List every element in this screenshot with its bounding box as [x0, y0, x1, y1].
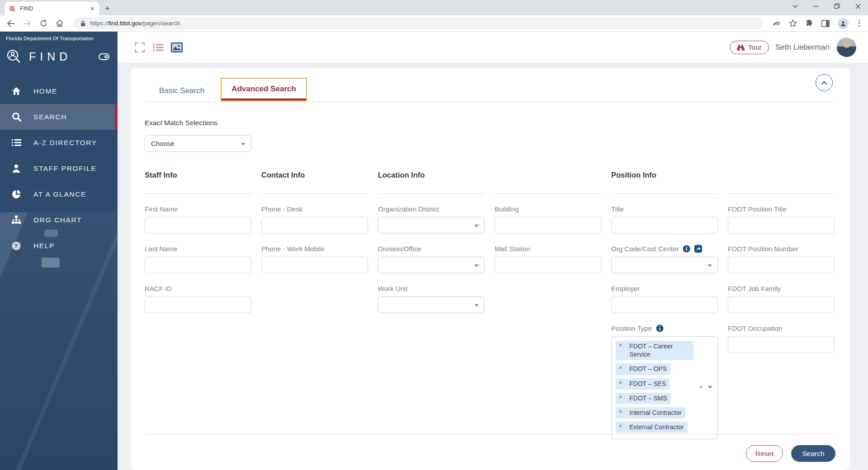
- browser-tab-strip: FIND ✕ +: [0, 0, 868, 15]
- org-code-label: Org Code/Cost Center: [611, 245, 679, 253]
- title-label: Title: [611, 205, 718, 213]
- last-name-input[interactable]: [145, 257, 251, 273]
- org-chart-icon: [11, 216, 21, 224]
- search-form: Staff Info First Name Last Name RACF ID: [145, 171, 835, 439]
- first-name-input[interactable]: [145, 217, 251, 234]
- list-icon: [11, 139, 21, 146]
- sidebar-collapse-toggle[interactable]: [99, 53, 109, 60]
- forward-button[interactable]: [23, 19, 32, 28]
- extensions-puzzle-icon[interactable]: [805, 19, 813, 28]
- section-divider: [728, 193, 835, 194]
- chevron-up-icon: [821, 81, 827, 85]
- sidebar-item-az-directory[interactable]: A-Z DIRECTORY: [0, 130, 118, 155]
- employer-label: Employer: [611, 285, 718, 292]
- url-bar[interactable]: https://find.fdot.gov/pages/search: [74, 17, 763, 30]
- sidebar-item-help[interactable]: ? HELP: [0, 233, 118, 258]
- window-close-button[interactable]: [855, 4, 861, 9]
- fdot-position-title-input[interactable]: [728, 217, 835, 234]
- sidebar-photo-car: [42, 258, 60, 268]
- bookmark-star-icon[interactable]: [789, 19, 797, 27]
- chevron-down-icon: [474, 304, 479, 307]
- phone-desk-input[interactable]: [261, 217, 368, 234]
- tab-title: FIND: [20, 5, 86, 12]
- window-restore-button[interactable]: [834, 3, 840, 9]
- fullscreen-view-icon[interactable]: [134, 42, 146, 53]
- section-title-contact: Contact Info: [261, 171, 368, 181]
- chip-remove-icon[interactable]: ×: [616, 363, 626, 375]
- tab-basic-search[interactable]: Basic Search: [149, 80, 214, 101]
- division-office-select[interactable]: [378, 257, 485, 273]
- fdot-occupation-input[interactable]: [728, 336, 835, 353]
- racf-id-input[interactable]: [145, 296, 251, 313]
- organization-district-select[interactable]: [378, 217, 485, 234]
- section-divider: [145, 193, 251, 194]
- chip-remove-icon[interactable]: ×: [616, 378, 626, 390]
- tab-advanced-search[interactable]: Advanced Search: [221, 78, 307, 101]
- exact-match-label: Exact Match Selections: [145, 119, 835, 127]
- fdot-job-family-input[interactable]: [728, 296, 835, 313]
- multiselect-clear-all-icon[interactable]: ×: [699, 384, 703, 390]
- phone-work-mobile-label: Phone - Work Mobile: [261, 245, 368, 253]
- chip-remove-icon[interactable]: ×: [616, 341, 626, 360]
- racf-id-label: RACF ID: [145, 285, 251, 292]
- home-icon: [11, 87, 21, 95]
- browser-menu-kebab-icon[interactable]: [857, 20, 862, 27]
- browser-tab[interactable]: FIND ✕: [5, 2, 99, 15]
- search-tabs: Basic Search Advanced Search: [145, 68, 835, 102]
- work-unit-label: Work Unit: [378, 285, 485, 292]
- tour-button[interactable]: Tour: [730, 41, 769, 54]
- side-panel-icon[interactable]: [821, 20, 830, 27]
- reload-button[interactable]: [39, 19, 48, 28]
- back-button[interactable]: [6, 19, 15, 28]
- window-minimize-button[interactable]: [813, 4, 819, 9]
- reset-button[interactable]: Reset: [746, 445, 783, 462]
- search-button[interactable]: Search: [791, 445, 835, 462]
- sidebar-item-search[interactable]: SEARCH: [0, 104, 118, 130]
- url-text: https://find.fdot.gov/pages/search: [90, 20, 180, 27]
- chip-remove-icon[interactable]: ×: [616, 407, 626, 418]
- title-input[interactable]: [611, 217, 718, 234]
- tab-close-icon[interactable]: ✕: [90, 5, 95, 12]
- phone-work-mobile-input[interactable]: [261, 257, 368, 273]
- building-input[interactable]: [495, 217, 601, 234]
- new-tab-button[interactable]: +: [105, 4, 110, 13]
- sidebar-item-home[interactable]: HOME: [0, 78, 118, 104]
- browser-profile-avatar[interactable]: [838, 18, 849, 29]
- fdot-position-number-label: FDOT Position Number: [728, 245, 835, 253]
- form-actions: Reset Search: [145, 434, 835, 462]
- share-icon[interactable]: [773, 19, 781, 27]
- mail-station-input[interactable]: [495, 257, 601, 273]
- exact-match-select[interactable]: Choose: [145, 135, 251, 152]
- sidebar-item-org-chart[interactable]: ORG CHART: [0, 207, 118, 233]
- open-org-chart-icon[interactable]: [694, 245, 702, 253]
- chip-remove-icon[interactable]: ×: [616, 393, 626, 404]
- card-view-icon[interactable]: [171, 42, 183, 53]
- employer-input[interactable]: [611, 296, 718, 313]
- window-menu-chevron-icon[interactable]: [793, 5, 798, 8]
- home-button[interactable]: [55, 19, 64, 28]
- lock-icon: [80, 20, 85, 27]
- sidebar-item-at-a-glance[interactable]: AT A GLANCE: [0, 181, 118, 207]
- chevron-down-icon[interactable]: [708, 386, 712, 389]
- app-header: Tour Seth Lieberman: [118, 32, 868, 63]
- org-code-select[interactable]: [611, 257, 718, 273]
- info-icon[interactable]: [683, 245, 690, 253]
- chip-remove-icon[interactable]: ×: [616, 422, 626, 433]
- page-content: Basic Search Advanced Search Exact Match…: [118, 63, 868, 470]
- collapse-panel-button[interactable]: [816, 74, 833, 91]
- info-icon[interactable]: [656, 324, 664, 332]
- organization-district-label: Organization District: [378, 205, 485, 213]
- fdot-position-number-input[interactable]: [728, 257, 835, 273]
- sidebar-item-staff-profile[interactable]: STAFF PROFILE: [0, 155, 118, 181]
- list-view-icon[interactable]: [152, 42, 164, 53]
- help-icon: ?: [11, 241, 21, 250]
- sidebar: Florida Department Of Transportation FIN…: [0, 32, 118, 470]
- find-logo-icon: [6, 48, 22, 65]
- user-avatar[interactable]: [837, 38, 856, 57]
- chip-fdot-sms: ×FDOT – SMS: [616, 393, 671, 404]
- svg-text:?: ?: [14, 242, 19, 249]
- position-type-multiselect[interactable]: ×FDOT – Career Service ×FDOT – OPS ×FDOT…: [611, 336, 718, 439]
- position-type-label: Position Type: [611, 324, 652, 332]
- work-unit-select[interactable]: [378, 296, 485, 313]
- org-name: Florida Department Of Transportation: [0, 32, 118, 41]
